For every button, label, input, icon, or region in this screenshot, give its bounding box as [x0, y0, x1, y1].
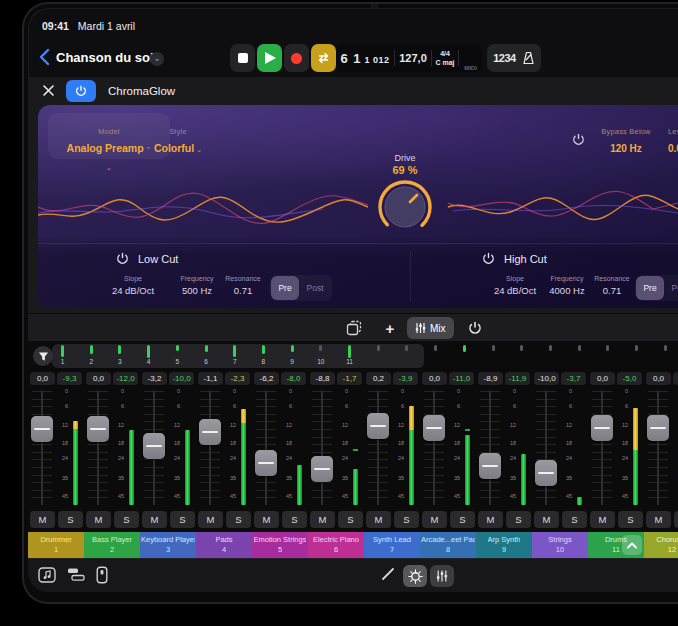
pre-button[interactable]: Pre — [271, 276, 299, 300]
lcd-display[interactable]: 6 1 1 012 127,0 4/4 C maj MIDI — [336, 44, 482, 72]
low-cut-power-button[interactable] — [116, 252, 129, 265]
solo-button[interactable]: S — [394, 511, 419, 528]
solo-button[interactable]: S — [506, 511, 531, 528]
low-cut-slope[interactable]: Slope 24 dB/Oct — [98, 275, 168, 296]
pencil-button[interactable] — [380, 566, 396, 582]
track-name-label[interactable]: Arcade...eet Pad8 — [420, 532, 476, 558]
peak-readout[interactable]: -3,9 — [393, 372, 418, 385]
cycle-button[interactable] — [311, 44, 336, 72]
track-name-label[interactable]: Pads4 — [196, 532, 252, 558]
post-button[interactable]: Post — [301, 276, 329, 300]
smart-controls-button[interactable] — [403, 565, 427, 587]
metronome-icon[interactable] — [522, 51, 535, 65]
volume-readout[interactable]: 0,0 — [422, 372, 447, 385]
peak-readout[interactable]: -2,3 — [225, 372, 250, 385]
volume-fader[interactable] — [199, 419, 221, 445]
peak-readout[interactable]: -3,7 — [561, 372, 586, 385]
level-control[interactable]: Level 0.0 — [664, 120, 678, 156]
volume-readout[interactable]: 0,0 — [590, 372, 615, 385]
volume-fader[interactable] — [535, 460, 557, 486]
solo-button[interactable]: S — [674, 511, 678, 528]
mute-button[interactable]: M — [310, 511, 335, 528]
fader-track[interactable] — [480, 391, 500, 505]
volume-fader[interactable] — [647, 415, 669, 441]
count-in-button[interactable]: 1234 — [493, 52, 515, 64]
fader-track[interactable] — [592, 391, 612, 505]
volume-readout[interactable]: 0,0 — [646, 372, 671, 385]
track-name-label[interactable]: Bass Player2 — [84, 532, 140, 558]
add-track-button[interactable]: + — [378, 317, 402, 339]
low-cut-resonance[interactable]: Resonance 0.71 — [218, 275, 268, 296]
mute-button[interactable]: M — [86, 511, 111, 528]
song-title[interactable]: Chanson du soir — [56, 50, 159, 65]
volume-readout[interactable]: 0,0 — [86, 372, 111, 385]
peak-readout[interactable]: -9,3 — [57, 372, 82, 385]
mute-button[interactable]: M — [366, 511, 391, 528]
high-cut-power-button[interactable] — [482, 252, 495, 265]
volume-fader[interactable] — [591, 415, 613, 441]
mute-button[interactable]: M — [590, 511, 615, 528]
track-name-label[interactable]: Strings10 — [532, 532, 588, 558]
volume-readout[interactable]: -6,2 — [254, 372, 279, 385]
mute-button[interactable]: M — [254, 511, 279, 528]
volume-readout[interactable]: -8,9 — [478, 372, 503, 385]
solo-button[interactable]: S — [450, 511, 475, 528]
volume-readout[interactable]: -8,8 — [310, 372, 335, 385]
mute-button[interactable]: M — [478, 511, 503, 528]
plugin-view-button[interactable] — [96, 566, 108, 584]
peak-readout[interactable]: -11,9 — [505, 372, 530, 385]
high-cut-resonance[interactable]: Resonance 0.71 — [587, 275, 637, 296]
solo-button[interactable]: S — [114, 511, 139, 528]
volume-readout[interactable]: -3,2 — [142, 372, 167, 385]
peak-readout[interactable]: -5,0 — [617, 372, 642, 385]
volume-fader[interactable] — [479, 453, 501, 479]
drive-control[interactable]: Drive 69 % — [369, 153, 441, 236]
peak-readout[interactable]: -10,0 — [169, 372, 194, 385]
bypass-power-button[interactable] — [572, 133, 585, 146]
fader-track[interactable] — [256, 391, 276, 505]
fader-track[interactable] — [312, 391, 332, 505]
mute-button[interactable]: M — [646, 511, 671, 528]
solo-button[interactable]: S — [170, 511, 195, 528]
mute-button[interactable]: M — [142, 511, 167, 528]
regions-button[interactable] — [341, 317, 367, 339]
peak-readout[interactable]: -12,0 — [113, 372, 138, 385]
tracks-view-button[interactable] — [67, 566, 85, 583]
fader-track[interactable] — [536, 391, 556, 505]
track-name-label[interactable]: Emotion Strings5 — [252, 532, 308, 558]
mute-button[interactable]: M — [30, 511, 55, 528]
pre-button[interactable]: Pre — [636, 276, 664, 300]
solo-button[interactable]: S — [58, 511, 83, 528]
stop-button[interactable] — [230, 44, 255, 72]
post-button[interactable]: Post — [666, 276, 678, 300]
drive-knob[interactable] — [376, 178, 434, 236]
song-menu-chevron-icon[interactable]: ⌄ — [150, 52, 164, 66]
close-plugin-button[interactable] — [42, 84, 56, 98]
bypass-below-control[interactable]: Bypass Below 120 Hz — [590, 120, 662, 156]
peak-readout[interactable]: -11,0 — [449, 372, 474, 385]
track-name-label[interactable]: Keyboard Player3 — [140, 532, 196, 558]
volume-fader[interactable] — [423, 415, 445, 441]
mix-toggle-button[interactable]: Mix — [407, 317, 454, 339]
solo-button[interactable]: S — [562, 511, 587, 528]
fader-track[interactable] — [648, 391, 668, 505]
collapse-chevron-up-button[interactable] — [622, 535, 642, 555]
peak-readout[interactable]: -1,7 — [337, 372, 362, 385]
volume-fader[interactable] — [87, 416, 109, 442]
solo-button[interactable]: S — [338, 511, 363, 528]
solo-button[interactable]: S — [226, 511, 251, 528]
volume-fader[interactable] — [143, 433, 165, 459]
volume-readout[interactable]: -10,0 — [534, 372, 559, 385]
mixer-view-button[interactable] — [430, 565, 454, 587]
solo-button[interactable]: S — [282, 511, 307, 528]
peak-readout[interactable]: -8,0 — [281, 372, 306, 385]
mute-button[interactable]: M — [534, 511, 559, 528]
volume-fader[interactable] — [311, 456, 333, 482]
track-name-label[interactable]: Arp Synth9 — [476, 532, 532, 558]
volume-fader[interactable] — [31, 416, 53, 442]
fader-track[interactable] — [200, 391, 220, 505]
mixer-power-button[interactable] — [462, 317, 488, 339]
track-name-label[interactable]: Electric Piano6 — [308, 532, 364, 558]
filter-button[interactable] — [33, 346, 53, 366]
track-name-label[interactable]: Chorus V12 — [644, 532, 678, 558]
